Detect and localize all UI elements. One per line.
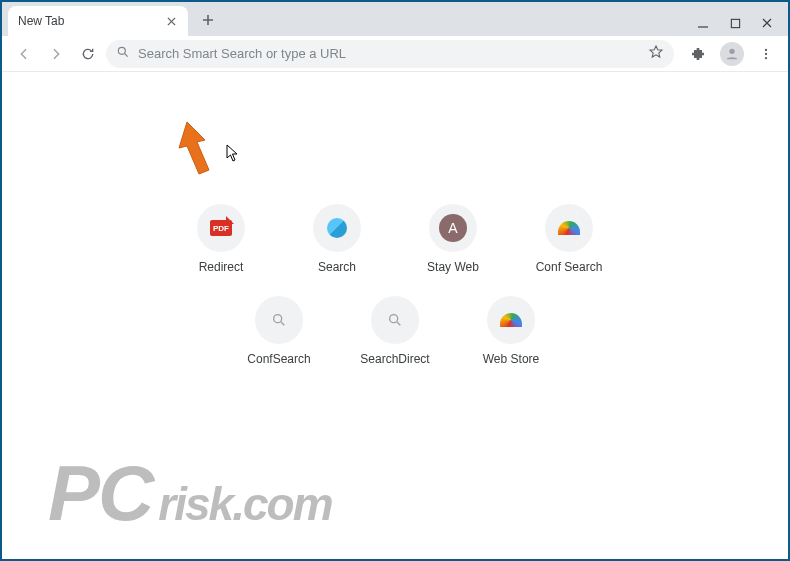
shortcut-label: Web Store <box>483 352 539 366</box>
svg-point-6 <box>274 315 282 323</box>
cursor-icon <box>226 144 240 166</box>
svg-point-2 <box>729 48 734 53</box>
window-controls <box>696 16 788 36</box>
pdf-icon: PDF <box>197 204 245 252</box>
back-button[interactable] <box>10 40 38 68</box>
shortcut-stay-web[interactable]: A Stay Web <box>410 204 496 274</box>
magnifier-icon <box>255 296 303 344</box>
address-input[interactable] <box>138 46 640 61</box>
close-icon[interactable] <box>164 14 178 28</box>
extensions-icon[interactable] <box>684 40 712 68</box>
letter-a-icon: A <box>429 204 477 252</box>
new-tab-page: PDF Redirect Search A Stay Web Conf Sear… <box>2 72 788 559</box>
maximize-icon[interactable] <box>728 16 742 30</box>
search-icon <box>116 45 130 63</box>
tab-title: New Tab <box>18 14 164 28</box>
svg-point-3 <box>765 48 767 50</box>
svg-marker-8 <box>179 122 209 174</box>
watermark: PCrisk.com <box>48 448 332 539</box>
shortcut-label: SearchDirect <box>360 352 429 366</box>
shortcut-label: Redirect <box>199 260 244 274</box>
bookmark-star-icon[interactable] <box>648 44 664 64</box>
menu-icon[interactable] <box>752 40 780 68</box>
omnibox[interactable] <box>106 40 674 68</box>
shortcut-label: ConfSearch <box>247 352 310 366</box>
annotation-arrow-icon <box>167 120 227 184</box>
shortcut-conf-search[interactable]: Conf Search <box>526 204 612 274</box>
shortcut-searchdirect[interactable]: SearchDirect <box>352 296 438 366</box>
watermark-rest: risk.com <box>158 477 331 531</box>
shortcut-web-store[interactable]: Web Store <box>468 296 554 366</box>
svg-point-1 <box>118 47 125 54</box>
shortcut-label: Search <box>318 260 356 274</box>
rainbow-icon <box>545 204 593 252</box>
new-tab-button[interactable] <box>194 6 222 34</box>
titlebar: New Tab <box>2 2 788 36</box>
toolbar <box>2 36 788 72</box>
shortcut-label: Conf Search <box>536 260 603 274</box>
minimize-icon[interactable] <box>696 16 710 30</box>
forward-button[interactable] <box>42 40 70 68</box>
blue-circle-icon <box>313 204 361 252</box>
svg-point-4 <box>765 52 767 54</box>
watermark-pc: PC <box>48 448 152 539</box>
browser-tab[interactable]: New Tab <box>8 6 188 36</box>
shortcut-search[interactable]: Search <box>294 204 380 274</box>
shortcut-confsearch[interactable]: ConfSearch <box>236 296 322 366</box>
reload-button[interactable] <box>74 40 102 68</box>
svg-point-7 <box>390 315 398 323</box>
magnifier-icon <box>371 296 419 344</box>
shortcut-grid: PDF Redirect Search A Stay Web Conf Sear… <box>145 204 645 366</box>
shortcut-redirect[interactable]: PDF Redirect <box>178 204 264 274</box>
svg-point-5 <box>765 56 767 58</box>
svg-rect-0 <box>731 19 739 27</box>
shortcut-label: Stay Web <box>427 260 479 274</box>
close-window-icon[interactable] <box>760 16 774 30</box>
rainbow-icon <box>487 296 535 344</box>
profile-avatar[interactable] <box>718 40 746 68</box>
